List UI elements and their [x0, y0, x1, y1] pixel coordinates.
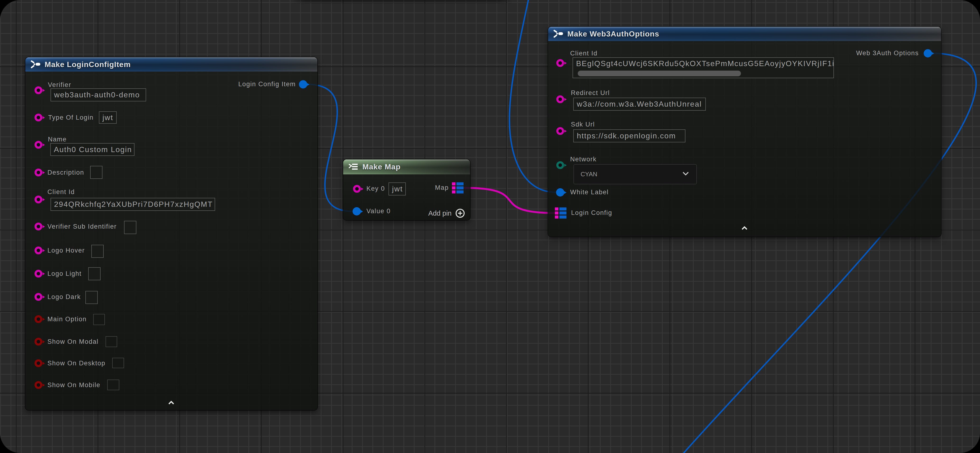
- pin-logo-dark[interactable]: [35, 293, 43, 301]
- collapse-chevron-icon[interactable]: [741, 226, 748, 231]
- node-make-login-config-item[interactable]: Make LoginConfigItemVerifierweb3auth-aut…: [25, 57, 317, 410]
- field-type-of-login[interactable]: jwt: [99, 111, 117, 124]
- pin-login-config-item-out[interactable]: [299, 80, 307, 89]
- node-header-make-map[interactable]: Make Map: [343, 160, 470, 174]
- pin-label-description: Description: [48, 169, 84, 176]
- field-redirect-url[interactable]: w3a://com.w3a.Web3AuthUnreal: [573, 98, 706, 111]
- node-make-web3auth-options[interactable]: Make Web3AuthOptionsClient IdBEglQSgt4cU…: [548, 27, 941, 237]
- pin-label-show-on-modal: Show On Modal: [48, 338, 99, 345]
- pin-label-login-config-item-out: Login Config Item: [239, 81, 296, 88]
- field-text-sdk-url: https://sdk.openlogin.com: [577, 131, 676, 140]
- pin-main-option[interactable]: [35, 315, 43, 323]
- pin-client-id[interactable]: [35, 196, 43, 204]
- field-text-verifier: web3auth-auth0-demo: [54, 90, 140, 99]
- pin-label-logo-dark: Logo Dark: [48, 293, 81, 301]
- checkbox-show-on-mobile[interactable]: [107, 380, 119, 390]
- field-logo-hover[interactable]: [91, 245, 103, 258]
- node-header-make-login-config-item[interactable]: Make LoginConfigItem: [25, 57, 317, 71]
- pin-key-0[interactable]: [353, 185, 361, 193]
- offscreen-node-bottom-edge[interactable]: [293, 0, 512, 4]
- add-pin-icon: [455, 208, 465, 219]
- field-client-id[interactable]: 294QRkchfq2YaXUbPri7D6PH7xzHgQMT: [51, 198, 215, 211]
- field-name[interactable]: Auth0 Custom Login: [50, 143, 134, 156]
- field-text-client-id: 294QRkchfq2YaXUbPri7D6PH7xzHgQMT: [54, 200, 213, 209]
- checkbox-show-on-desktop[interactable]: [112, 358, 124, 368]
- field-text-client-id-w3: BEglQSgt4cUWcj6SKRdu5QkOXTsePmMcusG5EAoy…: [576, 59, 834, 68]
- add-pin-label: Add pin: [428, 209, 452, 217]
- pin-description[interactable]: [35, 169, 43, 176]
- pin-label-login-config: Login Config: [571, 209, 612, 217]
- pin-show-on-mobile[interactable]: [35, 381, 43, 389]
- field-client-id-w3[interactable]: BEglQSgt4cUWcj6SKRdu5QkOXTsePmMcusG5EAoy…: [573, 57, 834, 78]
- pin-label-value-0: Value 0: [366, 207, 391, 215]
- pin-redirect-url[interactable]: [557, 95, 564, 103]
- pin-login-config[interactable]: [555, 207, 566, 219]
- node-title-make-web3auth-options: Make Web3AuthOptions: [567, 30, 659, 38]
- pin-verifier-sub-identifier[interactable]: [35, 223, 43, 231]
- node-title-make-map: Make Map: [363, 163, 401, 171]
- pin-label-logo-light: Logo Light: [48, 270, 81, 277]
- pin-label-logo-hover: Logo Hover: [48, 247, 85, 254]
- node-title-make-login-config-item: Make LoginConfigItem: [45, 60, 131, 69]
- w-map-to-config[interactable]: [464, 188, 555, 213]
- blueprint-canvas[interactable]: Make LoginConfigItemVerifierweb3auth-aut…: [0, 0, 980, 453]
- node-header-make-web3auth-options[interactable]: Make Web3AuthOptions: [548, 27, 941, 41]
- pin-label-white-label: White Label: [570, 188, 609, 196]
- field-verifier[interactable]: web3auth-auth0-demo: [51, 89, 146, 101]
- pin-white-label[interactable]: [556, 188, 565, 196]
- pin-label-show-on-mobile: Show On Mobile: [48, 382, 100, 389]
- field-logo-dark[interactable]: [85, 291, 98, 304]
- pin-label-show-on-desktop: Show On Desktop: [48, 360, 105, 367]
- field-text-key-0: jwt: [392, 185, 403, 193]
- field-verifier-sub-identifier[interactable]: [124, 221, 136, 234]
- make-struct-icon: [30, 60, 41, 69]
- pin-type-of-login[interactable]: [35, 114, 43, 122]
- pin-label-type-of-login: Type Of Login: [48, 114, 94, 121]
- pin-label-main-option: Main Option: [48, 315, 87, 323]
- field-text-redirect-url: w3a://com.w3a.Web3AuthUnreal: [577, 100, 702, 109]
- pin-label-sdk-url: Sdk Url: [571, 121, 595, 128]
- pin-show-on-desktop[interactable]: [35, 360, 43, 367]
- pin-label-client-id: Client Id: [48, 188, 75, 196]
- pin-client-id-w3[interactable]: [557, 59, 564, 67]
- pin-logo-light[interactable]: [35, 270, 43, 278]
- select-value-network: CYAN: [581, 171, 597, 178]
- pin-label-verifier-sub-identifier: Verifier Sub Identifier: [48, 223, 117, 230]
- pin-show-on-modal[interactable]: [35, 338, 43, 346]
- pin-web3auth-options-out[interactable]: [924, 49, 932, 57]
- field-scrollbar-client-id-w3[interactable]: [578, 71, 741, 76]
- pin-logo-hover[interactable]: [35, 247, 43, 255]
- pin-label-name: Name: [48, 136, 67, 143]
- pin-label-verifier: Verifier: [48, 81, 71, 89]
- pin-network[interactable]: [557, 162, 564, 169]
- select-network[interactable]: CYAN: [573, 164, 697, 184]
- checkbox-main-option[interactable]: [93, 314, 105, 325]
- field-logo-light[interactable]: [88, 267, 100, 280]
- field-text-type-of-login: jwt: [102, 113, 113, 122]
- pin-map-out[interactable]: [452, 182, 464, 193]
- field-sdk-url[interactable]: https://sdk.openlogin.com: [573, 129, 686, 143]
- pin-label-network: Network: [570, 156, 597, 163]
- pin-sdk-url[interactable]: [557, 127, 564, 135]
- pin-label-key-0: Key 0: [366, 185, 385, 192]
- pin-name[interactable]: [35, 141, 43, 149]
- pin-value-0[interactable]: [353, 207, 361, 215]
- pin-label-client-id-w3: Client Id: [570, 50, 597, 57]
- pin-label-map-out: Map: [435, 184, 449, 192]
- field-text-name: Auth0 Custom Login: [54, 145, 132, 154]
- checkbox-show-on-modal[interactable]: [105, 336, 117, 347]
- collapse-chevron-icon[interactable]: [168, 401, 175, 406]
- select-chevron-icon: [682, 171, 690, 178]
- make-map-icon: [348, 162, 359, 172]
- field-key-0[interactable]: jwt: [388, 182, 406, 195]
- node-make-map[interactable]: Make MapKey 0jwtValue 0MapAdd pin: [343, 160, 470, 220]
- add-pin-button[interactable]: Add pin: [428, 208, 465, 219]
- pin-label-redirect-url: Redirect Url: [571, 89, 610, 97]
- field-description[interactable]: [90, 166, 102, 179]
- make-struct-icon: [553, 29, 563, 39]
- pin-label-web3auth-options-out: Web 3Auth Options: [856, 49, 919, 57]
- pin-verifier[interactable]: [35, 87, 43, 94]
